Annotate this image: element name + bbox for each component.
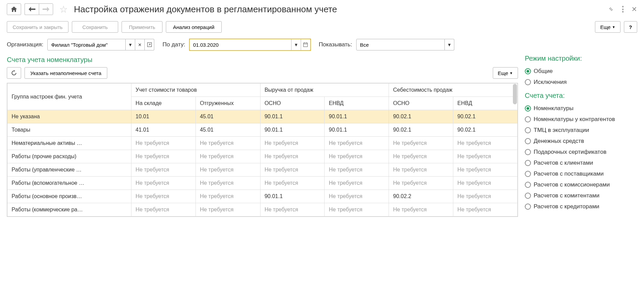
table-cell[interactable]: 90.01.1 <box>325 110 389 123</box>
table-cell[interactable]: Не требуется <box>389 137 453 150</box>
table-cell[interactable]: Не указана <box>7 110 131 123</box>
table-cell[interactable]: 90.01.1 <box>260 123 325 137</box>
table-cell[interactable]: Не требуется <box>131 163 196 177</box>
table-row[interactable]: Работы (основное произв…Не требуетсяНе т… <box>7 190 518 203</box>
table-cell[interactable]: Не требуется <box>195 177 260 190</box>
table-cell[interactable]: Не требуется <box>389 203 453 216</box>
table-cell[interactable]: Не требуется <box>325 150 389 163</box>
table-cell[interactable]: 90.02.2 <box>389 190 453 203</box>
scrollbar[interactable] <box>513 84 517 104</box>
table-cell[interactable]: Не требуется <box>453 163 518 177</box>
table-cell[interactable]: Не требуется <box>453 190 518 203</box>
date-input[interactable] <box>189 39 292 50</box>
date-dropdown-button[interactable]: ▼ <box>292 39 301 50</box>
table-cell[interactable]: Не требуется <box>325 190 389 203</box>
table-cell[interactable]: 90.01.1 <box>260 190 325 203</box>
accounts-option[interactable]: Расчетов с комитентами <box>525 190 637 201</box>
table-cell[interactable]: Не требуется <box>453 203 518 216</box>
table-cell[interactable]: Не требуется <box>195 190 260 203</box>
table-cell[interactable]: Не требуется <box>131 177 196 190</box>
accounts-table[interactable]: Группа настроек фин. учета Учет стоимост… <box>7 83 518 217</box>
table-cell[interactable]: 45.01 <box>195 110 260 123</box>
table-cell[interactable]: 90.01.1 <box>260 110 325 123</box>
table-cell[interactable]: Не требуется <box>325 177 389 190</box>
col-cost[interactable]: Учет стоимости товаров <box>131 84 261 97</box>
table-row[interactable]: Работы (прочие расходы)Не требуетсяНе тр… <box>7 150 518 163</box>
show-dropdown-button[interactable]: ▼ <box>445 39 454 50</box>
table-cell[interactable]: Не требуется <box>453 150 518 163</box>
table-cell[interactable]: Товары <box>7 123 131 137</box>
table-cell[interactable]: Не требуется <box>325 203 389 216</box>
analyze-button[interactable]: Анализ операций <box>166 21 222 33</box>
accounts-option[interactable]: ТМЦ в эксплуатации <box>525 125 637 136</box>
col-revenue[interactable]: Выручка от продаж <box>260 84 389 97</box>
table-cell[interactable]: Работы (коммерческие ра… <box>7 203 131 216</box>
table-cell[interactable]: Не требуется <box>453 137 518 150</box>
save-close-button[interactable]: Сохранить и закрыть <box>7 21 68 33</box>
apply-button[interactable]: Применить <box>122 21 162 33</box>
table-row[interactable]: Работы (коммерческие ра…Не требуетсяНе т… <box>7 203 518 216</box>
table-cell[interactable]: Не требуется <box>260 203 325 216</box>
back-button[interactable] <box>25 3 39 15</box>
mode-option[interactable]: Исключения <box>525 77 637 88</box>
date-calendar-button[interactable] <box>301 39 311 50</box>
accounts-option[interactable]: Номенклатуры у контрагентов <box>525 114 637 125</box>
table-cell[interactable]: 41.01 <box>131 123 196 137</box>
mode-option[interactable]: Общие <box>525 66 637 77</box>
table-cell[interactable]: Не требуется <box>260 137 325 150</box>
table-cell[interactable]: Работы (вспомогательное … <box>7 177 131 190</box>
org-combo[interactable]: ▼ ✕ <box>47 39 154 50</box>
table-cell[interactable]: 90.02.1 <box>453 123 518 137</box>
org-open-button[interactable] <box>145 39 154 50</box>
col-cogs-envd[interactable]: ЕНВД <box>453 97 518 110</box>
table-cell[interactable]: Не требуется <box>195 137 260 150</box>
table-cell[interactable]: Не требуется <box>131 203 196 216</box>
table-cell[interactable]: Не требуется <box>131 150 196 163</box>
refresh-button[interactable] <box>7 67 21 79</box>
col-rev-envd[interactable]: ЕНВД <box>325 97 389 110</box>
table-cell[interactable]: 45.01 <box>195 123 260 137</box>
table-row[interactable]: Не указана10.0145.0190.01.190.01.190.02.… <box>7 110 518 123</box>
table-cell[interactable]: Не требуется <box>195 203 260 216</box>
table-cell[interactable]: Не требуется <box>389 177 453 190</box>
org-dropdown-button[interactable]: ▼ <box>126 39 135 50</box>
accounts-option[interactable]: Расчетов с комиссионерами <box>525 179 637 190</box>
col-shipped[interactable]: Отгруженных <box>195 97 260 110</box>
accounts-option[interactable]: Номенклатуры <box>525 103 637 114</box>
table-cell[interactable]: Не требуется <box>260 177 325 190</box>
help-button[interactable]: ? <box>624 21 637 33</box>
table-row[interactable]: Нематериальные активы …Не требуетсяНе тр… <box>7 137 518 150</box>
link-icon[interactable] <box>608 6 614 13</box>
table-row[interactable]: Работы (вспомогательное …Не требуетсяНе … <box>7 177 518 190</box>
col-cogs[interactable]: Себестоимость продаж <box>389 84 518 97</box>
save-button[interactable]: Сохранить <box>72 21 119 33</box>
table-row[interactable]: Работы (управленческие …Не требуетсяНе т… <box>7 163 518 177</box>
fill-accounts-button[interactable]: Указать незаполненные счета <box>25 67 107 79</box>
table-cell[interactable]: 90.01.1 <box>325 123 389 137</box>
table-cell[interactable]: Не требуется <box>260 150 325 163</box>
table-cell[interactable]: 10.01 <box>131 110 196 123</box>
table-cell[interactable]: Не требуется <box>389 150 453 163</box>
table-cell[interactable]: Не требуется <box>195 150 260 163</box>
accounts-option[interactable]: Расчетов с поставщиками <box>525 168 637 179</box>
table-cell[interactable]: Не требуется <box>325 137 389 150</box>
accounts-option[interactable]: Подарочных сертификатов <box>525 147 637 158</box>
col-rev-osno[interactable]: ОСНО <box>260 97 325 110</box>
more-button[interactable]: Еще▼ <box>595 21 620 33</box>
table-cell[interactable]: Не требуется <box>260 163 325 177</box>
table-cell[interactable]: Не требуется <box>131 137 196 150</box>
table-cell[interactable]: 90.02.1 <box>453 110 518 123</box>
col-stock[interactable]: На складе <box>131 97 196 110</box>
table-cell[interactable]: Работы (основное произв… <box>7 190 131 203</box>
show-combo[interactable]: ▼ <box>356 39 454 50</box>
home-button[interactable] <box>7 3 21 15</box>
table-cell[interactable]: 90.02.1 <box>389 110 453 123</box>
forward-button[interactable] <box>39 3 53 15</box>
table-cell[interactable]: Не требуется <box>131 190 196 203</box>
table-cell[interactable]: Не требуется <box>453 177 518 190</box>
table-row[interactable]: Товары41.0145.0190.01.190.01.190.02.190.… <box>7 123 518 137</box>
table-cell[interactable]: 90.02.1 <box>389 123 453 137</box>
col-cogs-osno[interactable]: ОСНО <box>389 97 453 110</box>
favorite-star-icon[interactable]: ☆ <box>59 4 68 15</box>
org-input[interactable] <box>47 39 126 50</box>
